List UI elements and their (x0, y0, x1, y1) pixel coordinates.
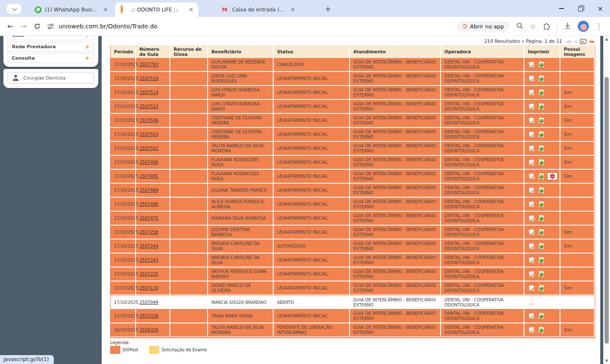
restore-button[interactable] (571, 0, 591, 17)
sidebar-item-label: Rede Prestadora (12, 44, 56, 50)
sidebar-item-rede-prestadora[interactable]: Rede Prestadora + (8, 42, 94, 52)
print-image-icon[interactable] (538, 326, 545, 334)
print-image-icon[interactable] (538, 75, 545, 83)
print-image-icon[interactable] (538, 284, 545, 292)
extensions-icon[interactable] (543, 22, 551, 31)
print-image-icon[interactable] (538, 159, 545, 166)
guia-link[interactable]: 2507244 (139, 244, 158, 248)
guia-link[interactable]: 2507225 (139, 272, 158, 276)
vertical-scrollbar[interactable]: ▲ ▼ (603, 36, 610, 364)
tab-whatsapp[interactable]: (1) WhatsApp Business × (30, 3, 113, 17)
print-document-icon[interactable] (528, 229, 535, 236)
print-image-icon[interactable] (538, 256, 545, 264)
print-image-icon[interactable] (538, 145, 545, 152)
print-image-icon[interactable] (538, 103, 545, 110)
guia-link[interactable]: 2507506 (139, 118, 158, 123)
close-icon[interactable]: × (102, 6, 109, 14)
guide-row: 17/10/2025 2507502 TALITA RABELO DA SILV… (111, 142, 595, 156)
beneficiario-cell: GUILHERME DE REZENDE ROCHA (208, 58, 274, 72)
print-image-icon[interactable] (538, 131, 545, 138)
print-document-icon[interactable] (528, 215, 535, 222)
guia-link[interactable]: 2507519 (139, 76, 158, 81)
reload-button[interactable] (30, 19, 44, 33)
guia-link[interactable]: 2507496 (139, 160, 158, 165)
print-document-icon[interactable] (528, 89, 535, 97)
print-document-icon[interactable] (528, 201, 535, 208)
print-document-icon[interactable] (528, 159, 535, 166)
print-document-icon[interactable] (528, 131, 535, 138)
guia-link[interactable]: 2507793 (139, 62, 158, 67)
address-bar[interactable]: unioweb.com.br/Odonto/Trade.do (58, 23, 158, 30)
close-icon[interactable]: × (187, 6, 195, 14)
guia-link[interactable]: 2507502 (139, 146, 158, 151)
guia-link[interactable]: 2507503 (139, 132, 158, 137)
guia-link[interactable]: 2507018 (139, 314, 158, 318)
odonto-app-icon (463, 24, 467, 28)
guia-link[interactable]: 2507116 (139, 286, 158, 290)
print-image-icon[interactable] (538, 201, 545, 208)
imprimir-cell (524, 267, 560, 281)
last-page-button[interactable]: ▶▶ (590, 39, 594, 44)
scroll-up-icon[interactable]: ▲ (603, 37, 610, 41)
print-document-icon[interactable] (528, 117, 535, 124)
print-document-icon[interactable] (528, 61, 535, 69)
tab-gmail[interactable]: M Caixa de entrada (4) - odontom × (217, 3, 300, 17)
open-in-app-button[interactable]: Abrir no app (457, 21, 509, 32)
print-image-icon[interactable] (538, 187, 545, 194)
print-document-icon[interactable] (528, 103, 535, 110)
sidebar-item-consulta[interactable]: Consulta + (8, 53, 94, 63)
print-document-icon[interactable] (528, 326, 535, 334)
print-document-icon[interactable] (528, 187, 535, 194)
site-info-icon[interactable] (44, 20, 57, 33)
print-image-icon[interactable] (538, 61, 545, 69)
download-icon[interactable] (564, 22, 571, 31)
print-document-icon[interactable] (528, 75, 535, 83)
guia-link[interactable]: 2507475 (139, 216, 158, 221)
legend-label: Solicitação de Exame (161, 347, 207, 352)
guia-link[interactable]: 2507243 (139, 258, 158, 262)
guia-link[interactable]: 2506316 (139, 328, 158, 332)
print-image-icon[interactable] (538, 89, 545, 97)
scrollbar-thumb[interactable] (604, 77, 609, 344)
print-document-disabled-icon[interactable] (528, 299, 535, 306)
print-document-icon[interactable] (528, 270, 535, 278)
print-document-icon[interactable] (528, 173, 535, 180)
tab-odonto-life[interactable]: .:: ODONTO LIFE ::. × (115, 3, 198, 17)
guia-link[interactable]: 2507258 (139, 230, 158, 234)
close-icon[interactable]: × (289, 6, 297, 14)
user-role-item[interactable]: Cirurgião Dentista (8, 72, 94, 84)
guia-link[interactable]: 2507513 (139, 104, 158, 109)
print-image-icon[interactable] (538, 117, 545, 124)
guia-link[interactable]: 2507495 (139, 174, 158, 179)
bookmark-star-icon[interactable]: ☆ (530, 23, 536, 30)
print-document-icon[interactable] (528, 145, 535, 152)
minimize-button[interactable] (552, 0, 571, 17)
print-document-icon[interactable] (528, 256, 535, 264)
guia-link[interactable]: 2507049 (139, 300, 158, 305)
print-image-icon[interactable] (538, 312, 545, 320)
guia-link[interactable]: 2507486 (139, 202, 158, 207)
tab-search-button[interactable] (7, 4, 21, 14)
print-image-icon[interactable] (538, 173, 545, 180)
zoom-icon[interactable] (516, 22, 524, 31)
profile-avatar[interactable] (578, 21, 589, 32)
close-window-button[interactable]: × (591, 0, 610, 17)
guia-link[interactable]: 2507489 (139, 188, 158, 193)
back-button[interactable]: ← (3, 19, 17, 33)
new-tab-button[interactable]: + (323, 4, 333, 14)
imprimir-cell (524, 295, 560, 309)
scroll-down-icon[interactable]: ▼ (603, 359, 610, 363)
print-image-icon[interactable] (538, 229, 545, 236)
print-document-icon[interactable] (528, 312, 535, 320)
next-page-button[interactable]: ▶ (580, 39, 586, 44)
print-image-icon[interactable] (538, 215, 545, 222)
guia-link[interactable]: 2507514 (139, 90, 158, 95)
print-image-icon[interactable] (538, 243, 545, 250)
print-image-icon[interactable] (538, 270, 545, 278)
print-document-icon[interactable] (528, 284, 535, 292)
sidebar-item-guia[interactable]: Guia + (8, 36, 94, 40)
browser-menu-icon[interactable]: ⋮ (595, 23, 602, 30)
forward-button[interactable]: → (17, 19, 30, 33)
print-document-icon[interactable] (528, 243, 535, 250)
medical-request-icon[interactable] (547, 173, 557, 180)
